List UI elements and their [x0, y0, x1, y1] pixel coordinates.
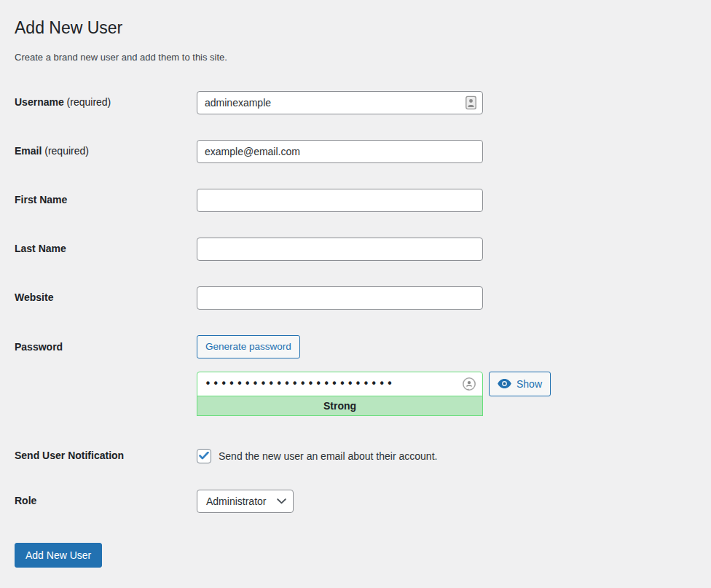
check-icon [199, 452, 209, 460]
password-controls: Generate password Strong [197, 335, 551, 416]
password-row: Password Generate password Strong [15, 335, 696, 416]
notification-checkbox-text[interactable]: Send the new user an email about their a… [219, 450, 437, 462]
page-title: Add New User [15, 17, 696, 39]
email-label: Email (required) [15, 144, 197, 159]
autofill-contact-icon [466, 95, 476, 109]
username-input-wrap [197, 91, 483, 114]
role-select[interactable]: Administrator [197, 490, 294, 513]
eye-icon [498, 379, 511, 388]
send-notification-checkbox[interactable] [197, 449, 211, 463]
first-name-input[interactable] [197, 189, 483, 212]
page-subtitle: Create a brand new user and add them to … [15, 52, 696, 63]
role-label: Role [15, 494, 197, 509]
website-label: Website [15, 291, 197, 305]
username-input[interactable] [197, 91, 483, 114]
username-label: Username (required) [15, 95, 197, 110]
last-name-label: Last Name [15, 242, 197, 256]
role-selected-value: Administrator [206, 495, 266, 507]
website-input[interactable] [197, 286, 483, 310]
username-row: Username (required) [15, 91, 696, 114]
last-name-row: Last Name [15, 238, 696, 261]
first-name-row: First Name [15, 189, 696, 212]
add-new-user-page: Add New User Create a brand new user and… [0, 0, 711, 582]
password-field-line: Strong Show [197, 372, 551, 416]
password-input[interactable] [197, 372, 483, 396]
email-input[interactable] [197, 140, 483, 163]
password-strength-indicator: Strong [197, 396, 483, 416]
password-input-wrap [197, 372, 483, 396]
email-required-note: (required) [44, 145, 89, 157]
add-new-user-button[interactable]: Add New User [15, 543, 102, 568]
website-row: Website [15, 286, 696, 310]
generate-password-button[interactable]: Generate password [197, 335, 300, 358]
first-name-label: First Name [15, 193, 197, 208]
email-row: Email (required) [15, 140, 696, 163]
last-name-input[interactable] [197, 238, 483, 261]
chevron-down-icon [277, 498, 286, 504]
password-reveal-icon[interactable] [461, 376, 477, 392]
show-password-label: Show [516, 378, 542, 390]
role-row: Role Administrator [15, 490, 696, 513]
notification-label: Send User Notification [15, 449, 197, 463]
password-label: Password [15, 335, 197, 355]
notification-row: Send User Notification Send the new user… [15, 449, 696, 463]
password-field-stack: Strong [197, 372, 483, 416]
username-required-note: (required) [67, 96, 111, 108]
notification-checkbox-line: Send the new user an email about their a… [197, 449, 437, 463]
show-password-button[interactable]: Show [489, 372, 551, 396]
